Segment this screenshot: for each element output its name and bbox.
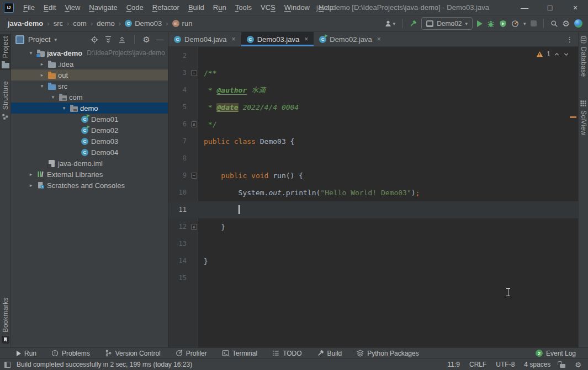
- menu-tools[interactable]: Tools: [231, 0, 256, 15]
- profiler-icon[interactable]: [511, 20, 519, 28]
- line-number[interactable]: 5: [168, 99, 187, 116]
- debug-icon[interactable]: [487, 20, 495, 28]
- code-line-3[interactable]: 3−/**: [168, 65, 578, 82]
- stripe-tab-sciview[interactable]: SciView: [579, 98, 588, 137]
- prev-warning-icon[interactable]: [554, 51, 560, 57]
- collapse-all-icon[interactable]: [118, 36, 126, 44]
- inspections-widget[interactable]: 1: [536, 50, 569, 58]
- user-icon[interactable]: ▾: [384, 20, 396, 28]
- menu-code[interactable]: Code: [122, 0, 148, 15]
- breadcrumb-item-java-demo[interactable]: java-demo: [8, 19, 43, 28]
- code-line-11[interactable]: 11: [168, 201, 578, 218]
- code-line-12[interactable]: 12∧ }: [168, 218, 578, 235]
- fold-end-icon[interactable]: ∧: [191, 121, 197, 127]
- menu-run[interactable]: Run: [209, 0, 231, 15]
- line-number[interactable]: 8: [168, 150, 187, 167]
- maximize-button[interactable]: □: [537, 0, 563, 15]
- tree-item-external-libraries[interactable]: ▸External Libraries: [11, 169, 168, 180]
- tree-item-demo02[interactable]: CDemo02: [11, 125, 168, 136]
- tree-chevron-icon[interactable]: ▾: [27, 50, 35, 56]
- tree-chevron-icon[interactable]: ▸: [27, 183, 35, 188]
- line-number[interactable]: 11: [168, 201, 187, 218]
- line-number[interactable]: 9: [168, 167, 187, 184]
- menu-window[interactable]: Window: [280, 0, 314, 15]
- fold-end-icon[interactable]: ∧: [191, 224, 197, 230]
- tool-button-profiler[interactable]: Profiler: [176, 350, 207, 357]
- toggle-toolwindows-icon[interactable]: [4, 362, 10, 368]
- code-line-4[interactable]: 4 * @author 水滴: [168, 82, 578, 99]
- close-tab-icon[interactable]: ×: [304, 35, 308, 43]
- tool-button-terminal[interactable]: Terminal: [222, 350, 257, 357]
- code-line-2[interactable]: 2: [168, 47, 578, 65]
- build-hammer-icon[interactable]: [409, 20, 417, 28]
- code-line-5[interactable]: 5 * @date 2022/4/4 0004: [168, 99, 578, 116]
- close-tab-icon[interactable]: ×: [377, 35, 381, 43]
- file-encoding[interactable]: UTF-8: [496, 361, 515, 368]
- tool-button-build[interactable]: Build: [317, 350, 342, 357]
- tree-item-java-demo-iml[interactable]: java-demo.iml: [11, 158, 168, 169]
- tool-button-problems[interactable]: Problems: [51, 350, 90, 357]
- project-panel-title[interactable]: Project: [28, 35, 50, 44]
- tab-demo03-java[interactable]: CDemo03.java×: [241, 32, 314, 46]
- warning-stripe-mark[interactable]: [570, 116, 576, 118]
- line-number[interactable]: 2: [168, 47, 187, 65]
- stripe-tab-bookmarks[interactable]: Bookmarks: [0, 296, 10, 345]
- menu-navigate[interactable]: Navigate: [84, 0, 121, 15]
- tool-button-todo[interactable]: TODO: [272, 350, 301, 357]
- tree-item-src[interactable]: ▾src: [11, 81, 168, 92]
- code-line-15[interactable]: 15: [168, 270, 578, 287]
- tree-item-demo03[interactable]: CDemo03: [11, 136, 168, 147]
- tab-demo04-java[interactable]: CDemo04.java×: [168, 32, 241, 46]
- run-icon[interactable]: [477, 20, 483, 27]
- stop-icon[interactable]: [531, 20, 537, 26]
- tree-chevron-icon[interactable]: ▸: [27, 171, 35, 177]
- line-number[interactable]: 15: [168, 270, 187, 287]
- tree-item-idea[interactable]: ▸.idea: [11, 58, 168, 69]
- expand-all-icon[interactable]: [104, 36, 112, 44]
- tree-item-demo[interactable]: ▾demo: [11, 103, 168, 114]
- unlock-icon[interactable]: [560, 364, 565, 368]
- line-number[interactable]: 13: [168, 235, 187, 253]
- tree-chevron-icon[interactable]: ▸: [38, 61, 46, 67]
- breadcrumb-item-src[interactable]: src: [54, 19, 63, 28]
- coverage-icon[interactable]: [499, 20, 507, 28]
- tool-button-event-log[interactable]: 2Event Log: [536, 350, 588, 357]
- fold-collapse-icon[interactable]: −: [191, 70, 197, 76]
- line-number[interactable]: 10: [168, 184, 187, 201]
- tree-chevron-icon[interactable]: ▸: [38, 72, 46, 78]
- caret-position[interactable]: 11:9: [448, 361, 460, 368]
- code-line-6[interactable]: 6∧ */: [168, 116, 578, 133]
- tree-chevron-icon[interactable]: ▾: [60, 105, 68, 111]
- code-line-13[interactable]: 13: [168, 235, 578, 253]
- indent-setting[interactable]: 4 spaces: [524, 361, 550, 368]
- next-warning-icon[interactable]: [563, 51, 569, 57]
- tool-button-python-packages[interactable]: Python Packages: [357, 350, 419, 357]
- menu-vcs[interactable]: VCS: [256, 0, 280, 15]
- line-ending[interactable]: CRLF: [469, 361, 486, 368]
- locate-icon[interactable]: [91, 36, 98, 44]
- updates-icon[interactable]: [574, 19, 582, 28]
- stripe-tab-structure[interactable]: Structure: [0, 79, 10, 122]
- fold-collapse-icon[interactable]: −: [191, 173, 197, 179]
- code-line-10[interactable]: 10 System.out.println("Hello World! Demo…: [168, 184, 578, 201]
- tool-button-version-control[interactable]: Version Control: [105, 350, 161, 357]
- tree-chevron-icon[interactable]: ▾: [38, 83, 46, 89]
- tree-item-demo01[interactable]: CDemo01: [11, 114, 168, 125]
- tree-item-com[interactable]: ▾com: [11, 92, 168, 103]
- tree-item-java-demo[interactable]: ▾java-demoD:\IdeaProjects\java-demo: [11, 47, 168, 58]
- settings-icon[interactable]: ⚙: [143, 35, 150, 44]
- search-icon[interactable]: [550, 20, 558, 28]
- settings-icon[interactable]: ⚙: [563, 19, 570, 28]
- menu-view[interactable]: View: [60, 0, 84, 15]
- breadcrumb-item-demo[interactable]: demo: [97, 19, 115, 28]
- tool-button-run[interactable]: Run: [17, 350, 36, 357]
- line-number[interactable]: 4: [168, 82, 187, 99]
- tree-item-demo04[interactable]: CDemo04: [11, 147, 168, 158]
- line-number[interactable]: 12: [168, 218, 187, 235]
- close-button[interactable]: ×: [563, 0, 588, 15]
- menu-refactor[interactable]: Refactor: [148, 0, 184, 15]
- tree-chevron-icon[interactable]: ▾: [49, 94, 57, 100]
- line-number[interactable]: 7: [168, 133, 187, 150]
- code-line-9[interactable]: 9− public void run() {: [168, 167, 578, 184]
- more-tabs-icon[interactable]: ⋮: [561, 32, 578, 46]
